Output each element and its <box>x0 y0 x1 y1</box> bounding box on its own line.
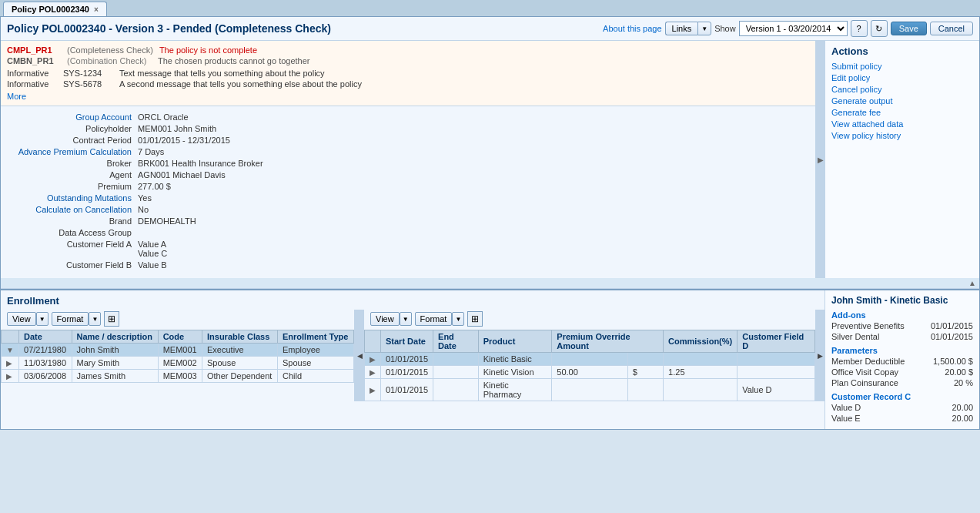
format-btn-2-main[interactable]: Format <box>415 312 453 326</box>
enrollment-table-2: Start Date End Date Product Premium Over… <box>364 330 815 401</box>
th-code[interactable]: Code <box>158 330 202 344</box>
policy-tab[interactable]: Policy POL0002340 × <box>3 2 107 16</box>
right-panel-collapse-btn[interactable]: ▶ <box>816 41 825 278</box>
action-view-history[interactable]: View policy history <box>831 131 973 140</box>
action-generate-output[interactable]: Generate output <box>831 96 973 106</box>
addon-label-2: Silver Dental <box>831 332 879 341</box>
th-name[interactable]: Name / description <box>72 330 158 344</box>
action-edit-policy[interactable]: Edit policy <box>831 73 973 82</box>
th-expand <box>2 330 19 344</box>
enrollment-data-table-2: Start Date End Date Product Premium Over… <box>364 330 815 401</box>
policyholder-value: MEM001 John Smith <box>138 124 216 133</box>
version-select[interactable]: Version 1 - 03/20/2014 <box>739 21 848 36</box>
param-row-3: Plan Coinsurance 20 % <box>831 378 973 387</box>
row2-expand-3[interactable]: ▶ <box>365 379 381 401</box>
params-title: Parameters <box>831 346 973 355</box>
table-row[interactable]: ▶ 11/03/1980 Mary Smith MEM002 Spouse Sp… <box>2 357 354 370</box>
table-row[interactable]: ▼ 07/21/1980 John Smith MEM001 Executive… <box>2 344 354 357</box>
customer-c-row-1: Value D 20.00 <box>831 403 973 412</box>
row2-product-2[interactable]: Kinetic Vision <box>478 366 552 379</box>
brand-label: Brand <box>7 216 138 226</box>
agent-value: AGN001 Michael Davis <box>138 170 226 179</box>
about-link[interactable]: About this page <box>603 24 661 33</box>
alerts-section: CMPL_PR1 (Completeness Check) The policy… <box>1 41 815 106</box>
row2-premium-3 <box>552 379 627 401</box>
customer-b-label: Customer Field B <box>7 260 138 270</box>
links-btn-arrow[interactable]: ▼ <box>697 22 711 35</box>
view-btn-2: View ▼ <box>370 312 412 326</box>
tab-close[interactable]: × <box>94 5 99 14</box>
scroll-top-btn[interactable]: ▲ <box>968 279 976 287</box>
param-row-2: Office Visit Copay 20.00 $ <box>831 367 973 377</box>
row-expand-2[interactable]: ▶ <box>2 357 19 370</box>
row2-end-3 <box>433 379 479 401</box>
table-row[interactable]: ▶ 01/01/2015 Kinetic Basic <box>365 353 815 366</box>
row-name-3[interactable]: James Smith <box>72 370 158 383</box>
table-row[interactable]: ▶ 01/01/2015 Kinetic Pharmacy Value D <box>365 379 815 401</box>
view-btn-1-arrow[interactable]: ▼ <box>36 312 48 326</box>
row2-product-1[interactable]: Kinetic Basic <box>478 353 552 366</box>
alert-msg-2: The chosen products cannot go together <box>158 56 310 65</box>
format-btn-1-main[interactable]: Format <box>52 312 89 326</box>
contract-period-row: Contract Period 01/01/2015 - 12/31/2015 <box>7 136 809 145</box>
action-cancel-policy[interactable]: Cancel policy <box>831 85 973 94</box>
header-actions: About this page Links ▼ Show Version 1 -… <box>603 20 973 37</box>
row2-curr-2: $ <box>627 366 663 379</box>
row-type-1: Employee <box>277 344 353 357</box>
row2-start-2: 01/01/2015 <box>381 366 433 379</box>
cancel-button[interactable]: Cancel <box>930 22 973 35</box>
row2-product-3[interactable]: Kinetic Pharmacy <box>478 379 552 401</box>
scroll-right-btn[interactable]: ▶ <box>815 310 824 401</box>
view-btn-2-arrow[interactable]: ▼ <box>400 312 412 326</box>
addons-title: Add-ons <box>831 310 973 320</box>
th2-customer-d[interactable]: Customer Field D <box>738 330 815 353</box>
th2-product[interactable]: Product <box>478 330 552 353</box>
help-icon-btn[interactable]: ? <box>851 20 868 37</box>
export-icon-1[interactable]: ⊞ <box>104 311 119 327</box>
format-btn-1-arrow[interactable]: ▼ <box>89 312 101 326</box>
customer-c-label-1: Value D <box>831 403 861 412</box>
data-access-label: Data Access Group <box>7 228 138 237</box>
customer-b-row: Customer Field B Value B <box>7 260 809 270</box>
action-generate-fee[interactable]: Generate fee <box>831 108 973 117</box>
row-expand-3[interactable]: ▶ <box>2 370 19 383</box>
action-view-attached[interactable]: View attached data <box>831 119 973 129</box>
th2-commission[interactable]: Commission(%) <box>664 330 738 353</box>
premium-label: Premium <box>7 182 138 191</box>
th2-end[interactable]: End Date <box>433 330 479 353</box>
row-expand-1[interactable]: ▼ <box>2 344 19 357</box>
table-row[interactable]: ▶ 01/01/2015 Kinetic Vision 50.00 $ 1.25 <box>365 366 815 379</box>
form-section: Group Account ORCL Oracle Policyholder M… <box>1 106 815 278</box>
save-button[interactable]: Save <box>891 22 927 35</box>
param-value-2: 20.00 $ <box>945 367 973 377</box>
calculate-value: No <box>138 205 149 214</box>
view-btn-1-main[interactable]: View <box>7 312 36 326</box>
export-icon-2[interactable]: ⊞ <box>467 311 483 327</box>
links-btn-main[interactable]: Links <box>665 22 698 35</box>
info-code-2: SYS-5678 <box>63 79 113 89</box>
row2-expand-1[interactable]: ▶ <box>365 353 381 366</box>
addon-row-2: Silver Dental 01/01/2015 <box>831 332 973 341</box>
format-btn-2-arrow[interactable]: ▼ <box>452 312 464 326</box>
refresh-icon-btn[interactable]: ↻ <box>871 20 888 37</box>
scroll-left-btn[interactable]: ◀ <box>355 310 364 401</box>
alert-row-1: CMPL_PR1 (Completeness Check) The policy… <box>7 45 809 55</box>
row-name-2[interactable]: Mary Smith <box>72 357 158 370</box>
th-class[interactable]: Insurable Class <box>202 330 278 344</box>
row2-expand-2[interactable]: ▶ <box>365 366 381 379</box>
row2-curr-1 <box>627 353 663 366</box>
format-btn-1: Format ▼ <box>52 312 102 326</box>
calculate-label: Calculate on Cancellation <box>7 205 138 214</box>
view-btn-2-main[interactable]: View <box>370 312 400 326</box>
action-submit-policy[interactable]: Submit policy <box>831 62 973 71</box>
table-row[interactable]: ▶ 03/06/2008 James Smith MEM003 Other De… <box>2 370 354 383</box>
th2-start[interactable]: Start Date <box>381 330 433 353</box>
enrollment-table-1-container: View ▼ Format ▼ ⊞ <box>1 310 355 401</box>
th2-premium[interactable]: Premium Override Amount <box>552 330 664 353</box>
th-type[interactable]: Enrollment Type <box>277 330 353 344</box>
row-name-1[interactable]: John Smith <box>72 344 158 357</box>
th-date[interactable]: Date <box>19 330 72 344</box>
outstanding-row: Outstanding Mutations Yes <box>7 193 809 203</box>
more-link[interactable]: More <box>7 92 26 101</box>
param-value-3: 20 % <box>954 378 973 387</box>
